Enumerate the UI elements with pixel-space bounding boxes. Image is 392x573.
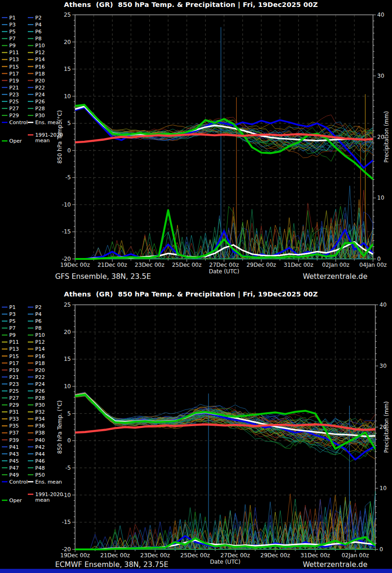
svg-text:5: 5 bbox=[67, 410, 71, 417]
legend-item: P4 bbox=[28, 311, 42, 317]
legend: P1P2P3P4P5P6P7P8P9P10P11P12P13P14P15P16P… bbox=[2, 15, 63, 144]
legend-item: P13 bbox=[2, 57, 19, 63]
legend-item: P15 bbox=[2, 353, 19, 359]
legend-item: P16 bbox=[28, 64, 45, 70]
x-tick-label: 21Dec 00z bbox=[100, 552, 130, 559]
svg-text:-20: -20 bbox=[62, 546, 71, 553]
legend-item: P1 bbox=[2, 15, 16, 21]
svg-text:P9: P9 bbox=[9, 43, 16, 49]
legend-item: P49 bbox=[2, 472, 19, 478]
svg-text:P50: P50 bbox=[35, 472, 45, 478]
svg-text:P4: P4 bbox=[35, 311, 42, 317]
legend-item: P17 bbox=[2, 71, 19, 77]
gfs-plot: -20-15-10-5051015202501020304019Dec 00z2… bbox=[0, 0, 392, 286]
x-tick-label: 27Dec 00z bbox=[209, 262, 239, 268]
legend-item: P27 bbox=[2, 106, 19, 112]
gfs-chart-panel: -20-15-10-5051015202501020304019Dec 00z2… bbox=[0, 0, 392, 286]
svg-text:-10: -10 bbox=[62, 492, 71, 498]
svg-text:P47: P47 bbox=[9, 465, 19, 471]
svg-text:P20: P20 bbox=[35, 367, 45, 373]
svg-text:P25: P25 bbox=[9, 99, 19, 105]
svg-text:10: 10 bbox=[377, 195, 384, 201]
svg-text:P26: P26 bbox=[35, 388, 45, 394]
legend-item: P41 bbox=[2, 444, 19, 450]
svg-text:0: 0 bbox=[67, 437, 71, 444]
svg-text:25: 25 bbox=[64, 302, 71, 308]
x-tick-label: 04Jan 00z bbox=[359, 262, 386, 268]
svg-text:P28: P28 bbox=[35, 395, 45, 401]
svg-text:P19: P19 bbox=[9, 367, 19, 373]
legend-item: P10 bbox=[28, 332, 45, 338]
svg-text:-5: -5 bbox=[65, 174, 71, 181]
svg-text:P22: P22 bbox=[35, 85, 45, 91]
svg-text:P20: P20 bbox=[35, 78, 45, 84]
svg-text:P11: P11 bbox=[9, 339, 19, 345]
legend-item: P28 bbox=[28, 395, 45, 401]
svg-text:P24: P24 bbox=[35, 381, 45, 387]
legend-item: P9 bbox=[2, 332, 16, 338]
x-tick-label: 29Dec 00z bbox=[247, 262, 276, 268]
svg-text:Control: Control bbox=[9, 120, 28, 126]
svg-text:25: 25 bbox=[64, 12, 71, 18]
legend-item: P29 bbox=[2, 113, 19, 119]
legend-item: P24 bbox=[28, 92, 45, 98]
x-tick-label: 27Dec 00z bbox=[221, 552, 250, 559]
svg-text:5: 5 bbox=[67, 120, 71, 126]
legend-item: P50 bbox=[28, 472, 45, 478]
legend-item: P12 bbox=[28, 50, 45, 56]
svg-text:P6: P6 bbox=[35, 29, 42, 35]
legend-item: P5 bbox=[2, 29, 16, 35]
svg-text:P24: P24 bbox=[35, 92, 45, 98]
x-tick-label: 31Dec 00z bbox=[300, 552, 330, 559]
svg-text:P1: P1 bbox=[9, 15, 16, 21]
wetterzentrale-ensemble-page: -20-15-10-5051015202501020304019Dec 00z2… bbox=[0, 0, 392, 573]
legend-item: P24 bbox=[28, 381, 45, 387]
legend-item: P7 bbox=[2, 325, 16, 331]
svg-text:P17: P17 bbox=[9, 360, 19, 366]
legend-item: P11 bbox=[2, 339, 19, 345]
svg-text:P36: P36 bbox=[35, 423, 45, 429]
svg-text:P14: P14 bbox=[35, 346, 45, 352]
svg-text:mean: mean bbox=[35, 497, 50, 503]
svg-text:-5: -5 bbox=[65, 465, 71, 471]
svg-text:30: 30 bbox=[379, 363, 386, 369]
svg-text:P30: P30 bbox=[35, 113, 45, 119]
x-tick-label: 23Dec 00z bbox=[135, 262, 164, 268]
legend-item: P37 bbox=[2, 430, 19, 436]
legend-item: P14 bbox=[28, 346, 45, 352]
svg-text:P30: P30 bbox=[35, 402, 45, 408]
legend-item-climate-mean: 1991-2020mean bbox=[28, 491, 63, 503]
legend-item: P19 bbox=[2, 78, 19, 84]
svg-text:-20: -20 bbox=[62, 256, 71, 262]
legend-item: P10 bbox=[28, 43, 45, 49]
x-tick-label: 25Dec 00z bbox=[172, 262, 202, 268]
svg-text:P25: P25 bbox=[9, 388, 19, 394]
svg-text:Oper: Oper bbox=[9, 138, 22, 144]
legend-item: P25 bbox=[2, 99, 19, 105]
member-precip-line bbox=[75, 510, 375, 549]
svg-text:P21: P21 bbox=[9, 374, 19, 380]
legend-item: P5 bbox=[2, 318, 16, 324]
svg-text:P40: P40 bbox=[35, 437, 45, 443]
svg-text:Ens. mean: Ens. mean bbox=[35, 120, 62, 126]
legend-item: P30 bbox=[28, 113, 45, 119]
x-tick-label: 19Dec 00z bbox=[60, 262, 90, 268]
svg-text:mean: mean bbox=[35, 138, 50, 144]
bottom-bar bbox=[0, 569, 392, 573]
temp-tick-labels: -20-15-10-50510152025 bbox=[62, 302, 71, 553]
legend-item: P16 bbox=[28, 353, 45, 359]
legend-item: P18 bbox=[28, 71, 45, 77]
x-axis-title: Date (UTC) bbox=[210, 559, 240, 565]
legend-item: P22 bbox=[28, 85, 45, 91]
legend-item: P14 bbox=[28, 57, 45, 63]
svg-text:P35: P35 bbox=[9, 423, 19, 429]
svg-text:P38: P38 bbox=[35, 430, 45, 436]
svg-text:P49: P49 bbox=[9, 472, 19, 478]
svg-text:P8: P8 bbox=[35, 36, 42, 42]
svg-text:P32: P32 bbox=[35, 409, 45, 415]
svg-text:P27: P27 bbox=[9, 106, 19, 112]
legend-item-oper: Oper bbox=[2, 138, 22, 144]
svg-text:10: 10 bbox=[379, 485, 386, 491]
svg-text:P16: P16 bbox=[35, 64, 45, 70]
legend-item: P26 bbox=[28, 99, 45, 105]
